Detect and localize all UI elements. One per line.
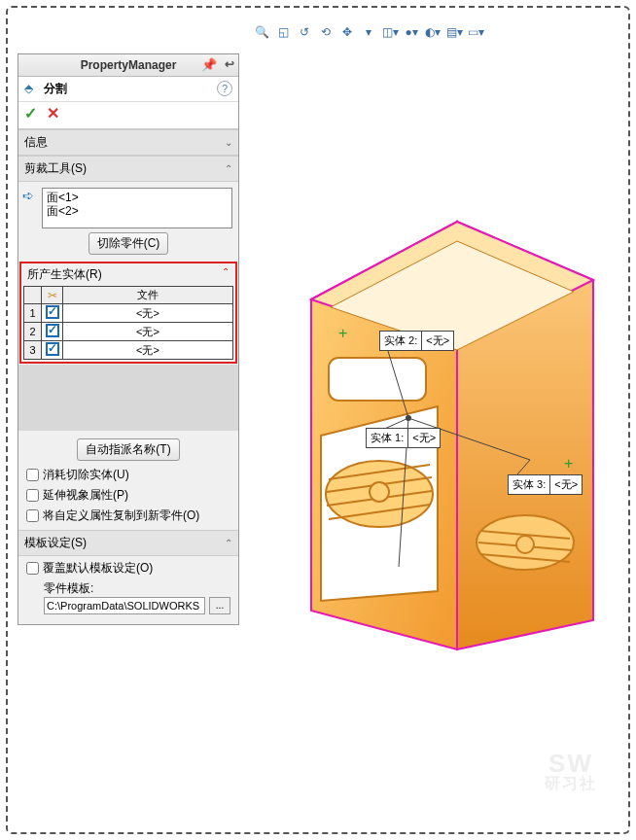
panel-title-text: PropertyManager <box>81 58 177 72</box>
override-checkbox-row[interactable]: 覆盖默认模板设定(O) <box>22 558 234 578</box>
model-illustration: + + <box>253 47 632 727</box>
checkbox-checked-icon[interactable] <box>46 305 59 319</box>
watermark: SW 研习社 <box>545 751 597 791</box>
extend-label: 延伸视象属性(P) <box>43 487 128 504</box>
view-orient-icon[interactable]: ▾ <box>360 23 377 41</box>
row-file-cell[interactable]: <无> <box>63 323 233 341</box>
chevron-down-icon: ⌄ <box>225 137 232 148</box>
selection-arrow-icon: ➪ <box>22 188 34 203</box>
display-style-icon[interactable]: ◫▾ <box>381 23 399 41</box>
override-checkbox[interactable] <box>26 562 39 575</box>
auto-name-button[interactable]: 自动指派名称(T) <box>77 438 179 461</box>
override-label: 覆盖默认模板设定(O) <box>43 560 153 577</box>
section-info-header[interactable]: 信息 ⌄ <box>18 129 238 156</box>
copy-custom-checkbox[interactable] <box>26 509 39 522</box>
face-item[interactable]: 面<2> <box>47 204 228 218</box>
view-toolbar: 🔍 ◱ ↺ ⟲ ✥ ▾ ◫▾ ●▾ ◐▾ ▤▾ ▭▾ <box>253 23 484 41</box>
pushpin-icon[interactable]: 📌 <box>201 57 217 72</box>
section-template-label: 模板设定(S) <box>24 535 87 551</box>
browse-button[interactable]: ... <box>209 597 230 614</box>
rotate-view-icon[interactable]: ⟲ <box>317 23 335 41</box>
appearance-icon[interactable]: ◐▾ <box>424 23 442 41</box>
template-path-input[interactable] <box>44 597 205 614</box>
consume-checkbox[interactable] <box>26 469 39 481</box>
callout-label: 实体 2: <box>380 332 422 350</box>
section-trim-label: 剪裁工具(S) <box>24 160 87 177</box>
watermark-line2: 研习社 <box>545 776 597 791</box>
command-row: ⬘ 分割 ? <box>18 77 238 102</box>
col-file-header: 文件 <box>63 287 233 304</box>
callout-label: 实体 1: <box>367 429 408 447</box>
pan-icon[interactable]: ✥ <box>338 23 356 41</box>
row-file-cell[interactable]: <无> <box>63 304 233 323</box>
scissors-icon: ✂ <box>48 289 57 302</box>
zoom-previous-icon[interactable]: ↺ <box>296 23 313 41</box>
row-number: 3 <box>24 341 42 360</box>
svg-point-12 <box>370 482 389 502</box>
section-template-body: 覆盖默认模板设定(O) 零件模板: ... <box>18 556 238 624</box>
split-feature-icon: ⬘ <box>24 82 40 97</box>
chevron-up-icon: ⌃ <box>222 266 230 283</box>
resulting-bodies-highlight: 所产生实体(R) ⌃ ✂ 文件 1 <无> 2 <无> 3 <无> <box>19 262 237 364</box>
consume-checkbox-row[interactable]: 消耗切除实体(U) <box>22 465 234 485</box>
table-scroll-area <box>18 365 238 431</box>
row-number: 2 <box>24 323 42 341</box>
callout-value[interactable]: <无> <box>408 429 440 447</box>
section-result-header[interactable]: 所产生实体(R) ⌃ <box>23 265 233 284</box>
back-arrow-icon[interactable]: ↩ <box>225 57 234 71</box>
body-callout-1[interactable]: 实体 1: <无> <box>366 428 441 448</box>
view-settings-icon[interactable]: ▭▾ <box>467 23 484 41</box>
copy-custom-label: 将自定义属性复制到新零件(O) <box>43 508 199 524</box>
bodies-table: ✂ 文件 1 <无> 2 <无> 3 <无> <box>23 286 233 360</box>
table-row[interactable]: 1 <无> <box>24 304 233 323</box>
graphics-viewport[interactable]: + + 实体 1: <无> 实体 2: <box>253 47 626 830</box>
hide-show-icon[interactable]: ●▾ <box>403 23 420 41</box>
callout-value[interactable]: <无> <box>422 332 453 350</box>
section-info-label: 信息 <box>24 134 48 151</box>
callout-value[interactable]: <无> <box>550 475 582 494</box>
section-template-header[interactable]: 模板设定(S) ⌃ <box>18 530 238 556</box>
checkbox-checked-icon[interactable] <box>46 342 59 356</box>
panel-title: PropertyManager 📌 ↩ <box>18 54 238 77</box>
table-row[interactable]: 3 <无> <box>24 341 233 360</box>
trim-faces-list[interactable]: 面<1> 面<2> <box>42 188 232 228</box>
checkbox-checked-icon[interactable] <box>46 324 59 337</box>
extend-checkbox-row[interactable]: 延伸视象属性(P) <box>22 485 234 506</box>
face-item[interactable]: 面<1> <box>47 191 228 204</box>
row-file-cell[interactable]: <无> <box>63 341 233 360</box>
svg-point-17 <box>516 536 534 553</box>
col-check-header: ✂ <box>42 287 63 304</box>
help-icon[interactable]: ? <box>217 81 232 96</box>
svg-rect-4 <box>329 358 426 401</box>
body-callout-3[interactable]: 实体 3: <无> <box>508 474 583 495</box>
cancel-button[interactable]: ✕ <box>47 104 59 122</box>
callout-label: 实体 3: <box>509 475 550 494</box>
template-label: 零件模板: <box>22 578 234 597</box>
scene-icon[interactable]: ▤▾ <box>445 23 463 41</box>
section-result-label: 所产生实体(R) <box>27 266 102 283</box>
body-callout-2[interactable]: 实体 2: <无> <box>379 331 454 351</box>
row-number: 1 <box>24 304 42 323</box>
extend-checkbox[interactable] <box>26 489 39 502</box>
row-check-cell[interactable] <box>42 304 63 323</box>
chevron-up-icon: ⌃ <box>225 538 232 548</box>
property-manager-panel: PropertyManager 📌 ↩ ⬘ 分割 ? ✓ ✕ 信息 ⌄ 剪裁工具… <box>18 53 239 625</box>
options-body: 自动指派名称(T) 消耗切除实体(U) 延伸视象属性(P) 将自定义属性复制到新… <box>18 431 238 530</box>
row-check-cell[interactable] <box>42 341 63 360</box>
consume-label: 消耗切除实体(U) <box>43 467 129 483</box>
row-check-cell[interactable] <box>42 323 63 341</box>
ok-button[interactable]: ✓ <box>24 104 37 122</box>
svg-text:+: + <box>564 455 573 472</box>
zoom-area-icon[interactable]: ◱ <box>274 23 292 41</box>
section-trim-header[interactable]: 剪裁工具(S) ⌃ <box>18 156 238 182</box>
command-name: 分割 <box>44 81 67 97</box>
zoom-fit-icon[interactable]: 🔍 <box>253 23 270 41</box>
copy-custom-checkbox-row[interactable]: 将自定义属性复制到新零件(O) <box>22 506 234 526</box>
svg-text:+: + <box>338 325 347 341</box>
chevron-up-icon: ⌃ <box>225 163 232 174</box>
ok-cancel-row: ✓ ✕ <box>18 102 238 129</box>
watermark-line1: SW <box>545 751 597 776</box>
table-row[interactable]: 2 <无> <box>24 323 233 341</box>
cut-part-button[interactable]: 切除零件(C) <box>88 232 169 255</box>
section-trim-body: ➪ 面<1> 面<2> 切除零件(C) <box>18 182 238 261</box>
